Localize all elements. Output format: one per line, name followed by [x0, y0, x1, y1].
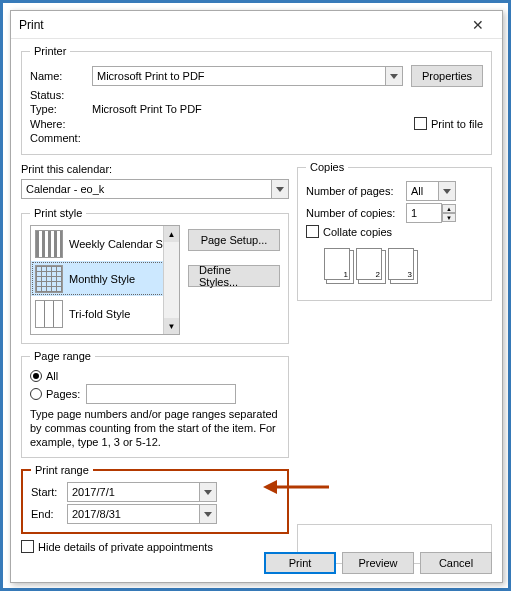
- page-range-legend: Page range: [30, 350, 95, 362]
- list-item[interactable]: Monthly Style: [31, 261, 179, 296]
- print-style-legend: Print style: [30, 207, 86, 219]
- num-pages-select[interactable]: All: [406, 181, 456, 201]
- status-label: Status:: [30, 89, 92, 101]
- close-icon[interactable]: ✕: [462, 17, 494, 33]
- calendar-select[interactable]: Calendar - eo_k: [21, 179, 289, 199]
- start-label: Start:: [31, 486, 67, 498]
- chevron-down-icon: [271, 180, 288, 198]
- type-label: Type:: [30, 103, 92, 115]
- num-copies-input[interactable]: 1: [406, 203, 442, 223]
- printer-name-value: Microsoft Print to PDF: [97, 70, 205, 82]
- printer-group: Printer Name: Microsoft Print to PDF Pro…: [21, 45, 492, 155]
- page-range-hint: Type page numbers and/or page ranges sep…: [30, 408, 280, 449]
- print-style-group: Print style Weekly Calendar S Monthly St…: [21, 207, 289, 344]
- hide-private-checkbox[interactable]: [21, 540, 34, 553]
- list-item[interactable]: Tri-fold Style: [31, 296, 179, 331]
- print-to-file-label: Print to file: [431, 118, 483, 130]
- where-label: Where:: [30, 118, 92, 130]
- print-range-legend: Print range: [31, 464, 93, 476]
- page-icon: 3: [388, 248, 414, 280]
- titlebar: Print ✕: [11, 11, 502, 39]
- style-icon: [35, 230, 63, 258]
- all-radio[interactable]: [30, 370, 42, 382]
- cancel-button[interactable]: Cancel: [420, 552, 492, 574]
- chevron-down-icon: [199, 505, 216, 523]
- start-date-select[interactable]: 2017/7/1: [67, 482, 217, 502]
- properties-button[interactable]: Properties: [411, 65, 483, 87]
- num-copies-label: Number of copies:: [306, 207, 406, 219]
- pages-input[interactable]: [86, 384, 236, 404]
- page-icon: 1: [324, 248, 350, 280]
- name-label: Name:: [30, 70, 92, 82]
- end-label: End:: [31, 508, 67, 520]
- define-styles-button[interactable]: Define Styles...: [188, 265, 280, 287]
- end-date-value: 2017/8/31: [72, 508, 121, 520]
- printer-name-select[interactable]: Microsoft Print to PDF: [92, 66, 403, 86]
- all-label: All: [46, 370, 58, 382]
- comment-label: Comment:: [30, 132, 92, 144]
- page-range-group: Page range All Pages: Type page numbers …: [21, 350, 289, 458]
- calendar-value: Calendar - eo_k: [26, 183, 104, 195]
- collate-checkbox[interactable]: [306, 225, 319, 238]
- copies-group: Copies Number of pages: All Number of co…: [297, 161, 492, 301]
- end-date-select[interactable]: 2017/8/31: [67, 504, 217, 524]
- scroll-down-icon[interactable]: ▼: [164, 318, 179, 334]
- copies-legend: Copies: [306, 161, 348, 173]
- print-button[interactable]: Print: [264, 552, 336, 574]
- print-dialog: Print ✕ Printer Name: Microsoft Print to…: [10, 10, 503, 583]
- type-value: Microsoft Print To PDF: [92, 103, 202, 115]
- style-list[interactable]: Weekly Calendar S Monthly Style Tri-fold…: [30, 225, 180, 335]
- pages-radio[interactable]: [30, 388, 42, 400]
- scroll-up-icon[interactable]: ▲: [164, 226, 179, 242]
- window-title: Print: [19, 18, 462, 32]
- chevron-down-icon: [438, 182, 455, 200]
- style-icon: [35, 300, 63, 328]
- print-to-file-checkbox[interactable]: [414, 117, 427, 130]
- chevron-down-icon: [385, 67, 402, 85]
- preview-button[interactable]: Preview: [342, 552, 414, 574]
- num-pages-label: Number of pages:: [306, 185, 406, 197]
- print-calendar-label: Print this calendar:: [21, 163, 289, 175]
- start-date-value: 2017/7/1: [72, 486, 115, 498]
- style-icon: [35, 265, 63, 293]
- chevron-down-icon: [199, 483, 216, 501]
- list-item[interactable]: Weekly Calendar S: [31, 226, 179, 261]
- printer-legend: Printer: [30, 45, 70, 57]
- scrollbar[interactable]: ▲ ▼: [163, 226, 179, 334]
- page-icon: 2: [356, 248, 382, 280]
- collate-label: Collate copies: [323, 226, 392, 238]
- hide-private-label: Hide details of private appointments: [38, 541, 213, 553]
- collate-preview: 1 2 3: [324, 248, 483, 280]
- pages-label: Pages:: [46, 388, 86, 400]
- page-setup-button[interactable]: Page Setup...: [188, 229, 280, 251]
- copies-spinner[interactable]: ▲▼: [442, 204, 456, 222]
- print-range-group: Print range Start: 2017/7/1 End: 2017/8/…: [21, 464, 289, 534]
